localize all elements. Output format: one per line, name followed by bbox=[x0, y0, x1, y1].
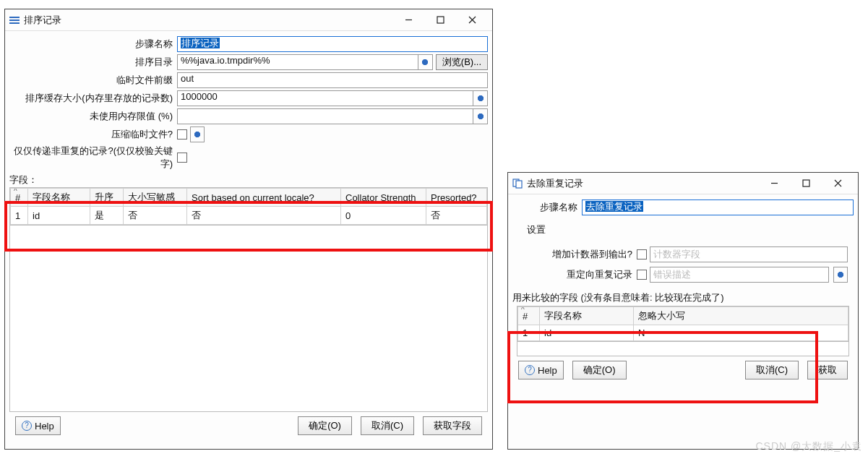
table-row[interactable]: 1 id N bbox=[518, 325, 848, 341]
unique-label: 仅仅传递非重复的记录?(仅仅校验关键字) bbox=[9, 145, 177, 171]
redirect-checkbox[interactable] bbox=[637, 270, 647, 280]
svg-rect-0 bbox=[9, 17, 20, 18]
redirect-label: 重定向重复记录 bbox=[518, 268, 637, 281]
compare-fields-table[interactable]: ^# 字段名称 忽略大小写 1 id N bbox=[517, 306, 849, 342]
fields-table[interactable]: ^# 字段名称 升序 大小写敏感 Sort based on current l… bbox=[9, 187, 488, 226]
buffer-size-label: 排序缓存大小(内存里存放的记录数) bbox=[9, 92, 177, 105]
help-button[interactable]: ?Help bbox=[518, 361, 564, 379]
button-bar: ?Help 确定(O) 取消(C) 获取字段 bbox=[9, 412, 488, 439]
svg-rect-1 bbox=[9, 20, 20, 21]
counter-checkbox[interactable] bbox=[637, 249, 647, 259]
minimize-button[interactable] bbox=[392, 10, 424, 30]
cancel-button[interactable]: 取消(C) bbox=[745, 361, 799, 379]
buffer-size-input[interactable]: 1000000 bbox=[177, 90, 473, 106]
svg-rect-14 bbox=[803, 180, 809, 186]
close-button[interactable] bbox=[822, 173, 854, 194]
variable-picker-icon[interactable] bbox=[833, 267, 848, 283]
compress-checkbox[interactable] bbox=[177, 129, 187, 140]
window-body: 步骤名称 排序记录 排序目录 %%java.io.tmpdir%% 浏览(B).… bbox=[5, 31, 492, 442]
table-empty-area bbox=[9, 226, 488, 412]
cancel-button[interactable]: 取消(C) bbox=[361, 416, 414, 435]
svg-rect-8 bbox=[478, 95, 484, 101]
get-fields-button[interactable]: 获取 bbox=[807, 361, 848, 379]
sort-dir-input[interactable]: %%java.io.tmpdir%% bbox=[177, 54, 418, 70]
svg-rect-7 bbox=[422, 59, 428, 65]
window-body: 步骤名称 去除重复记录 设置 增加计数器到输出? 计数器字段 重定向重复记录 错… bbox=[508, 194, 858, 387]
table-row[interactable]: 1 id 是 否 否 0 否 bbox=[11, 207, 487, 225]
tmp-prefix-label: 临时文件前缀 bbox=[9, 74, 177, 87]
ok-button[interactable]: 确定(O) bbox=[572, 361, 627, 379]
button-bar: ?Help 确定(O) 取消(C) 获取 bbox=[512, 356, 854, 384]
step-name-input[interactable]: 排序记录 bbox=[177, 36, 488, 52]
minimize-button[interactable] bbox=[758, 173, 790, 194]
variable-picker-icon[interactable] bbox=[473, 108, 488, 124]
fields-section-label: 字段： bbox=[9, 173, 488, 187]
sort-dir-label: 排序目录 bbox=[9, 56, 177, 69]
free-mem-input[interactable] bbox=[177, 108, 473, 124]
svg-rect-4 bbox=[437, 17, 444, 23]
maximize-button[interactable] bbox=[790, 173, 822, 194]
variable-picker-icon[interactable] bbox=[418, 54, 433, 70]
compress-label: 压缩临时文件? bbox=[9, 128, 177, 141]
counter-label: 增加计数器到输出? bbox=[518, 248, 637, 261]
table-empty-area bbox=[517, 342, 849, 356]
window-title: 排序记录 bbox=[24, 14, 392, 27]
close-button[interactable] bbox=[456, 10, 488, 30]
variable-picker-icon[interactable] bbox=[473, 90, 488, 106]
svg-rect-10 bbox=[194, 132, 200, 137]
redirect-desc-input[interactable]: 错误描述 bbox=[650, 267, 829, 283]
browse-button[interactable]: 浏览(B)... bbox=[436, 54, 488, 70]
tmp-prefix-input[interactable]: out bbox=[177, 72, 488, 88]
step-name-label: 步骤名称 bbox=[9, 38, 177, 51]
get-fields-button[interactable]: 获取字段 bbox=[423, 416, 482, 435]
remove-duplicates-window: 去除重复记录 步骤名称 去除重复记录 设置 增加计数器到输出? 计数器字段 重定… bbox=[507, 172, 859, 450]
titlebar: 去除重复记录 bbox=[508, 173, 858, 194]
maximize-button[interactable] bbox=[424, 10, 456, 30]
sort-records-window: 排序记录 步骤名称 排序记录 排序目录 %%java.io.tmpdir%% 浏… bbox=[4, 9, 493, 450]
step-name-input[interactable]: 去除重复记录 bbox=[582, 200, 854, 215]
settings-legend: 设置 bbox=[518, 220, 848, 242]
counter-field-input[interactable]: 计数器字段 bbox=[650, 246, 848, 262]
titlebar: 排序记录 bbox=[5, 9, 492, 31]
compare-fields-label: 用来比较的字段 (没有条目意味着: 比较现在完成了) bbox=[512, 290, 854, 306]
window-title: 去除重复记录 bbox=[527, 177, 758, 190]
app-icon bbox=[9, 15, 20, 25]
svg-rect-9 bbox=[478, 113, 484, 119]
variable-picker-icon[interactable] bbox=[190, 126, 205, 142]
help-button[interactable]: ?Help bbox=[15, 416, 61, 435]
svg-rect-2 bbox=[9, 22, 20, 24]
svg-rect-12 bbox=[516, 181, 522, 188]
svg-rect-17 bbox=[838, 272, 843, 278]
app-icon bbox=[512, 179, 523, 189]
unique-checkbox[interactable] bbox=[177, 153, 187, 163]
free-mem-label: 未使用内存限值 (%) bbox=[9, 110, 177, 123]
ok-button[interactable]: 确定(O) bbox=[298, 416, 352, 435]
step-name-label: 步骤名称 bbox=[512, 201, 582, 214]
